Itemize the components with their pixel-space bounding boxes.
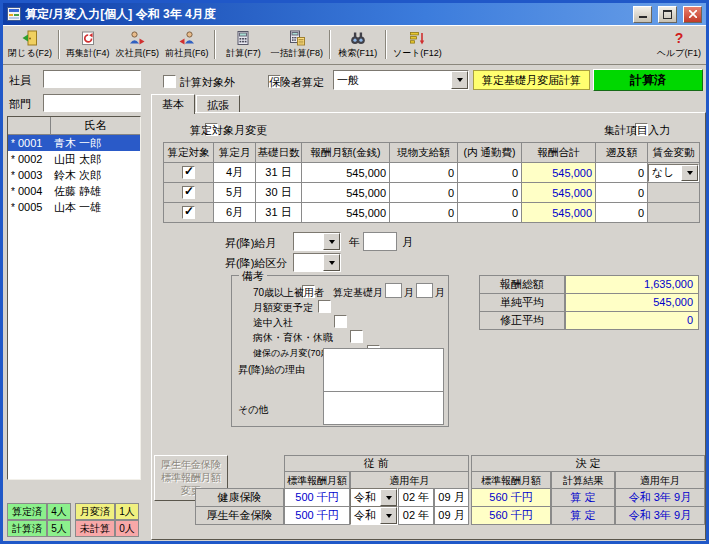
raise-type-dropdown[interactable] [293,253,341,272]
employee-list-header: 氏名 [8,117,140,135]
toolbar: 閉じる(F2) 再集計(F4) 次社員(F5) 前社員(F6) 計算(F7) 一… [3,25,706,65]
health-before-year[interactable]: 02 年 [398,488,434,507]
row-target-checkbox[interactable] [182,186,195,199]
employee-code: 0002 [18,152,51,167]
department-input[interactable] [43,94,141,112]
calculator-icon [235,30,251,46]
employee-name: 青木 一郎 [51,136,140,151]
chevron-down-icon[interactable] [323,254,340,271]
retro-cell[interactable]: 0 [596,203,648,223]
commute-cell[interactable]: 0 [458,203,522,223]
wage-change-cell [648,183,700,203]
assessment-table: 算定対象 算定月 基礎日数 報酬月額(金銭) 現物支給額 (内 通勤費) 報酬合… [163,142,700,223]
adjusted-average-value: 0 [565,311,699,330]
employee-row[interactable]: * 0002 山田 太郎 [8,151,140,167]
tab-extended[interactable]: 拡張 [196,95,240,113]
wage-change-dropdown[interactable]: なし [648,164,699,182]
employee-mark: * [8,136,18,151]
calculation-banner: 算定基礎月変届計算 [473,70,590,90]
minimize-icon [639,10,647,18]
days-cell[interactable]: 31 日 [256,163,302,183]
employee-row[interactable]: * 0004 佐藤 静雄 [8,183,140,199]
toolbar-next-employee-button[interactable]: 次社員(F5) [112,26,162,63]
chevron-down-icon[interactable] [681,165,698,181]
titlebar: 算定/月変入力[個人] 令和 3年 4月度 [3,3,706,25]
pension-before-month[interactable]: 09 月 [434,506,469,525]
simple-average-value: 545,000 [565,293,699,312]
row-target-checkbox[interactable] [182,206,195,219]
exclude-calculation-checkbox[interactable] [163,75,176,88]
base-month-field-2[interactable] [416,283,433,298]
toolbar-resummarize-button[interactable]: 再集計(F4) [63,26,113,63]
employee-name: 鈴木 次郎 [51,168,140,183]
toolbar-sort-button[interactable]: ソート(F12) [390,26,445,63]
employee-mark: * [8,168,18,183]
table-header-row: 算定対象 算定月 基礎日数 報酬月額(金銭) 現物支給額 (内 通勤費) 報酬合… [164,143,700,163]
in-kind-cell[interactable]: 0 [390,203,458,223]
chevron-down-icon[interactable] [380,507,397,524]
commute-cell[interactable]: 0 [458,163,522,183]
maximize-button[interactable] [658,6,677,23]
chevron-down-icon[interactable] [451,71,468,89]
tab-basic[interactable]: 基本 [151,94,195,114]
salary-cell[interactable]: 545,000 [302,183,390,203]
month-cell: 4月 [214,163,256,183]
calculated-status-button[interactable]: 計算済 [593,69,703,91]
before-header: 従 前 [284,455,469,472]
base-month-field-1[interactable] [385,283,402,298]
in-kind-cell[interactable]: 0 [390,163,458,183]
pension-era-dropdown[interactable]: 令和 [350,506,398,525]
employee-mark: * [8,200,18,215]
retro-cell[interactable]: 0 [596,163,648,183]
chevron-down-icon[interactable] [380,489,397,506]
pension-before-year[interactable]: 02 年 [398,506,434,525]
category-dropdown[interactable]: 一般 [333,70,469,90]
employee-name: 山田 太郎 [51,152,140,167]
pension-new-amount: 560 千円 [471,506,551,525]
status-calculated-count: 5人 [47,520,71,537]
health-before-month[interactable]: 09 月 [434,488,469,507]
toolbar-separator [214,30,216,59]
toolbar-calculate-button[interactable]: 計算(F7) [219,26,267,63]
close-button[interactable] [683,6,702,23]
employee-row[interactable]: * 0005 山本 一雄 [8,199,140,215]
raise-month-field[interactable] [363,232,397,251]
toolbar-spacer [445,26,654,63]
exit-door-icon [22,30,38,46]
employee-row[interactable]: * 0001 青木 一郎 [8,135,140,151]
decision-header: 決 定 [471,455,705,472]
toolbar-help-button[interactable]: ? ヘルプ(F1) [654,26,704,63]
raise-year-dropdown[interactable] [293,232,341,251]
toolbar-batch-calculate-button[interactable]: 一括計算(F8) [267,26,326,63]
remark-monthly-change-planned-checkbox[interactable] [318,300,331,313]
target-month-change-label: 算定対象月変更 [190,123,267,138]
health-era-dropdown[interactable]: 令和 [350,488,398,507]
retro-cell[interactable]: 0 [596,183,648,203]
next-employee-icon [129,30,145,46]
commute-cell[interactable]: 0 [458,183,522,203]
raise-reason-field[interactable] [323,348,444,392]
remark-leave-checkbox[interactable] [350,330,363,343]
days-cell[interactable]: 30 日 [256,183,302,203]
minimize-button[interactable] [633,6,652,23]
salary-cell[interactable]: 545,000 [302,203,390,223]
chevron-down-icon[interactable] [323,233,340,250]
in-kind-cell[interactable]: 0 [390,183,458,203]
toolbar-button-label: 再集計(F4) [66,47,110,60]
toolbar-prev-employee-button[interactable]: 前社員(F6) [162,26,212,63]
pension-before-amount: 500 千円 [284,506,350,525]
toolbar-search-button[interactable]: 検索(F11) [334,26,382,63]
toolbar-close-button[interactable]: 閉じる(F2) [5,26,55,63]
employee-mark: * [8,152,18,167]
employee-row[interactable]: * 0003 鈴木 次郎 [8,167,140,183]
toolbar-button-label: ソート(F12) [393,47,442,60]
remark-midyear-hire-checkbox[interactable] [334,315,347,328]
other-label: その他 [238,403,268,417]
employee-input[interactable] [43,70,141,88]
summary-item-input-label: 集計項目入力 [604,123,670,138]
salary-cell[interactable]: 545,000 [302,163,390,183]
month-cell: 6月 [214,203,256,223]
row-target-checkbox[interactable] [182,166,195,179]
days-cell[interactable]: 31 日 [256,203,302,223]
other-field[interactable] [323,391,444,425]
